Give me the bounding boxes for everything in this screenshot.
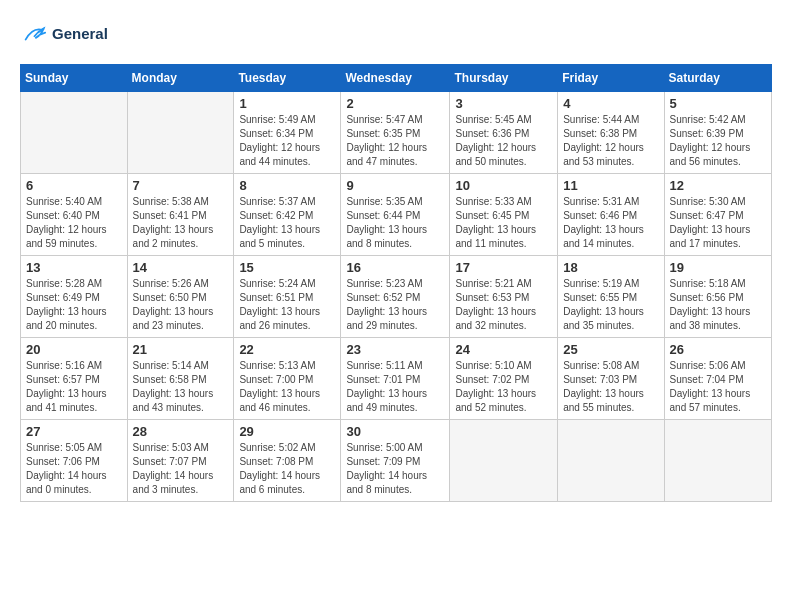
day-detail: Sunrise: 5:00 AM Sunset: 7:09 PM Dayligh… — [346, 441, 444, 497]
day-detail: Sunrise: 5:40 AM Sunset: 6:40 PM Dayligh… — [26, 195, 122, 251]
day-number: 15 — [239, 260, 335, 275]
calendar-cell: 22Sunrise: 5:13 AM Sunset: 7:00 PM Dayli… — [234, 338, 341, 420]
calendar-cell: 24Sunrise: 5:10 AM Sunset: 7:02 PM Dayli… — [450, 338, 558, 420]
day-detail: Sunrise: 5:14 AM Sunset: 6:58 PM Dayligh… — [133, 359, 229, 415]
calendar-cell: 1Sunrise: 5:49 AM Sunset: 6:34 PM Daylig… — [234, 92, 341, 174]
day-detail: Sunrise: 5:26 AM Sunset: 6:50 PM Dayligh… — [133, 277, 229, 333]
calendar-cell: 12Sunrise: 5:30 AM Sunset: 6:47 PM Dayli… — [664, 174, 771, 256]
calendar-cell: 15Sunrise: 5:24 AM Sunset: 6:51 PM Dayli… — [234, 256, 341, 338]
calendar-cell: 3Sunrise: 5:45 AM Sunset: 6:36 PM Daylig… — [450, 92, 558, 174]
day-number: 14 — [133, 260, 229, 275]
day-detail: Sunrise: 5:10 AM Sunset: 7:02 PM Dayligh… — [455, 359, 552, 415]
day-number: 25 — [563, 342, 658, 357]
calendar-cell: 16Sunrise: 5:23 AM Sunset: 6:52 PM Dayli… — [341, 256, 450, 338]
day-number: 18 — [563, 260, 658, 275]
calendar-cell: 2Sunrise: 5:47 AM Sunset: 6:35 PM Daylig… — [341, 92, 450, 174]
weekday-header-wednesday: Wednesday — [341, 65, 450, 92]
calendar-cell: 10Sunrise: 5:33 AM Sunset: 6:45 PM Dayli… — [450, 174, 558, 256]
day-number: 8 — [239, 178, 335, 193]
calendar-cell: 18Sunrise: 5:19 AM Sunset: 6:55 PM Dayli… — [558, 256, 664, 338]
day-number: 2 — [346, 96, 444, 111]
calendar-cell: 23Sunrise: 5:11 AM Sunset: 7:01 PM Dayli… — [341, 338, 450, 420]
day-number: 29 — [239, 424, 335, 439]
day-number: 5 — [670, 96, 766, 111]
week-row-2: 6Sunrise: 5:40 AM Sunset: 6:40 PM Daylig… — [21, 174, 772, 256]
day-detail: Sunrise: 5:49 AM Sunset: 6:34 PM Dayligh… — [239, 113, 335, 169]
day-detail: Sunrise: 5:21 AM Sunset: 6:53 PM Dayligh… — [455, 277, 552, 333]
calendar-cell: 7Sunrise: 5:38 AM Sunset: 6:41 PM Daylig… — [127, 174, 234, 256]
day-detail: Sunrise: 5:30 AM Sunset: 6:47 PM Dayligh… — [670, 195, 766, 251]
week-row-3: 13Sunrise: 5:28 AM Sunset: 6:49 PM Dayli… — [21, 256, 772, 338]
calendar-table: SundayMondayTuesdayWednesdayThursdayFrid… — [20, 64, 772, 502]
day-detail: Sunrise: 5:18 AM Sunset: 6:56 PM Dayligh… — [670, 277, 766, 333]
calendar-cell: 6Sunrise: 5:40 AM Sunset: 6:40 PM Daylig… — [21, 174, 128, 256]
day-number: 30 — [346, 424, 444, 439]
logo: General — [20, 20, 108, 48]
day-number: 1 — [239, 96, 335, 111]
weekday-header-monday: Monday — [127, 65, 234, 92]
calendar-cell: 13Sunrise: 5:28 AM Sunset: 6:49 PM Dayli… — [21, 256, 128, 338]
calendar-cell: 30Sunrise: 5:00 AM Sunset: 7:09 PM Dayli… — [341, 420, 450, 502]
calendar-cell — [664, 420, 771, 502]
day-number: 11 — [563, 178, 658, 193]
day-number: 26 — [670, 342, 766, 357]
day-number: 27 — [26, 424, 122, 439]
day-number: 23 — [346, 342, 444, 357]
calendar-cell: 25Sunrise: 5:08 AM Sunset: 7:03 PM Dayli… — [558, 338, 664, 420]
day-detail: Sunrise: 5:23 AM Sunset: 6:52 PM Dayligh… — [346, 277, 444, 333]
calendar-cell: 4Sunrise: 5:44 AM Sunset: 6:38 PM Daylig… — [558, 92, 664, 174]
day-detail: Sunrise: 5:06 AM Sunset: 7:04 PM Dayligh… — [670, 359, 766, 415]
day-number: 21 — [133, 342, 229, 357]
weekday-header-row: SundayMondayTuesdayWednesdayThursdayFrid… — [21, 65, 772, 92]
weekday-header-friday: Friday — [558, 65, 664, 92]
day-number: 10 — [455, 178, 552, 193]
calendar-cell: 27Sunrise: 5:05 AM Sunset: 7:06 PM Dayli… — [21, 420, 128, 502]
day-detail: Sunrise: 5:35 AM Sunset: 6:44 PM Dayligh… — [346, 195, 444, 251]
day-number: 9 — [346, 178, 444, 193]
day-detail: Sunrise: 5:28 AM Sunset: 6:49 PM Dayligh… — [26, 277, 122, 333]
calendar-cell: 26Sunrise: 5:06 AM Sunset: 7:04 PM Dayli… — [664, 338, 771, 420]
day-number: 12 — [670, 178, 766, 193]
day-detail: Sunrise: 5:16 AM Sunset: 6:57 PM Dayligh… — [26, 359, 122, 415]
calendar-cell: 20Sunrise: 5:16 AM Sunset: 6:57 PM Dayli… — [21, 338, 128, 420]
day-detail: Sunrise: 5:47 AM Sunset: 6:35 PM Dayligh… — [346, 113, 444, 169]
weekday-header-tuesday: Tuesday — [234, 65, 341, 92]
calendar-cell — [450, 420, 558, 502]
day-number: 19 — [670, 260, 766, 275]
day-number: 17 — [455, 260, 552, 275]
day-number: 20 — [26, 342, 122, 357]
day-detail: Sunrise: 5:11 AM Sunset: 7:01 PM Dayligh… — [346, 359, 444, 415]
logo-text-line1: General — [52, 26, 108, 43]
day-number: 28 — [133, 424, 229, 439]
day-detail: Sunrise: 5:03 AM Sunset: 7:07 PM Dayligh… — [133, 441, 229, 497]
day-number: 6 — [26, 178, 122, 193]
day-number: 3 — [455, 96, 552, 111]
logo-bird-icon — [20, 20, 48, 48]
day-detail: Sunrise: 5:02 AM Sunset: 7:08 PM Dayligh… — [239, 441, 335, 497]
day-detail: Sunrise: 5:24 AM Sunset: 6:51 PM Dayligh… — [239, 277, 335, 333]
weekday-header-thursday: Thursday — [450, 65, 558, 92]
calendar-cell: 28Sunrise: 5:03 AM Sunset: 7:07 PM Dayli… — [127, 420, 234, 502]
week-row-4: 20Sunrise: 5:16 AM Sunset: 6:57 PM Dayli… — [21, 338, 772, 420]
calendar-cell: 8Sunrise: 5:37 AM Sunset: 6:42 PM Daylig… — [234, 174, 341, 256]
week-row-5: 27Sunrise: 5:05 AM Sunset: 7:06 PM Dayli… — [21, 420, 772, 502]
weekday-header-saturday: Saturday — [664, 65, 771, 92]
calendar-cell — [558, 420, 664, 502]
day-detail: Sunrise: 5:19 AM Sunset: 6:55 PM Dayligh… — [563, 277, 658, 333]
calendar-cell — [21, 92, 128, 174]
day-detail: Sunrise: 5:37 AM Sunset: 6:42 PM Dayligh… — [239, 195, 335, 251]
calendar-cell: 14Sunrise: 5:26 AM Sunset: 6:50 PM Dayli… — [127, 256, 234, 338]
day-number: 7 — [133, 178, 229, 193]
day-number: 13 — [26, 260, 122, 275]
week-row-1: 1Sunrise: 5:49 AM Sunset: 6:34 PM Daylig… — [21, 92, 772, 174]
day-detail: Sunrise: 5:42 AM Sunset: 6:39 PM Dayligh… — [670, 113, 766, 169]
day-number: 16 — [346, 260, 444, 275]
day-detail: Sunrise: 5:05 AM Sunset: 7:06 PM Dayligh… — [26, 441, 122, 497]
calendar-cell: 9Sunrise: 5:35 AM Sunset: 6:44 PM Daylig… — [341, 174, 450, 256]
weekday-header-sunday: Sunday — [21, 65, 128, 92]
day-number: 4 — [563, 96, 658, 111]
calendar-cell: 11Sunrise: 5:31 AM Sunset: 6:46 PM Dayli… — [558, 174, 664, 256]
day-detail: Sunrise: 5:33 AM Sunset: 6:45 PM Dayligh… — [455, 195, 552, 251]
day-number: 24 — [455, 342, 552, 357]
calendar-cell: 29Sunrise: 5:02 AM Sunset: 7:08 PM Dayli… — [234, 420, 341, 502]
